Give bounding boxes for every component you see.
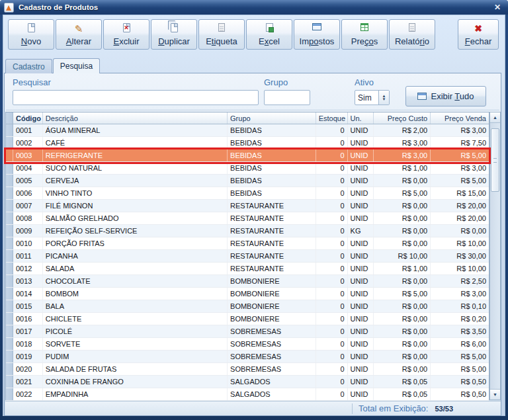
row-indicator bbox=[6, 200, 13, 212]
cell-descricao: FILÉ MIGNON bbox=[43, 200, 228, 212]
cell-un: UNID bbox=[348, 124, 374, 136]
client-area: Novo✎Alterar✕ExcluirDuplicarEtiquetaExce… bbox=[3, 15, 505, 416]
table-row[interactable]: 0010PORÇÃO FRITASRESTAURANTE0UNIDR$ 0,00… bbox=[6, 237, 489, 250]
label-tag-icon bbox=[218, 23, 225, 32]
cell-venda: R$ 0,50 bbox=[431, 388, 489, 400]
cell-custo: R$ 0,00 bbox=[374, 237, 431, 249]
vertical-scrollbar[interactable]: ▲ ▼ bbox=[489, 112, 501, 400]
table-row[interactable]: 0002CAFÉBEBIDAS0UNIDR$ 3,00R$ 7,50 bbox=[6, 137, 489, 149]
titlebar[interactable]: Cadastro de Produtos ✕ bbox=[0, 0, 508, 15]
table-row[interactable]: 0017PICOLÉSOBREMESAS0UNIDR$ 0,00R$ 3,50 bbox=[6, 325, 489, 338]
table-row[interactable]: 0018SORVETESOBREMESAS0UNIDR$ 0,00R$ 6,00 bbox=[6, 338, 489, 351]
exibir-tudo-button[interactable]: Exibir Tudo bbox=[405, 86, 486, 106]
column-header-grupo[interactable]: Grupo bbox=[228, 112, 316, 124]
column-header-custo[interactable]: Preço Custo bbox=[374, 112, 431, 124]
cell-grupo: RESTAURANTE bbox=[228, 212, 316, 224]
cell-descricao: ÁGUA MINERAL bbox=[43, 124, 228, 136]
button-label: Fechar bbox=[465, 37, 491, 46]
scrollbar-thumb[interactable] bbox=[491, 128, 499, 192]
table-row[interactable]: 0009REFEIÇÃO SELF-SERVICERESTAURANTE0KGR… bbox=[6, 225, 489, 237]
toolbar: Novo✎Alterar✕ExcluirDuplicarEtiquetaExce… bbox=[8, 19, 500, 52]
tab-pesquisa[interactable]: Pesquisa bbox=[53, 58, 100, 73]
cell-grupo: BEBIDAS bbox=[228, 124, 316, 136]
precos-button[interactable]: Preços bbox=[341, 19, 388, 50]
spinner-buttons[interactable]: ▲ ▼ bbox=[378, 91, 389, 105]
table-row[interactable]: 0019PUDIMSOBREMESAS0UNIDR$ 0,00R$ 5,00 bbox=[6, 351, 489, 363]
excel-sheet-icon bbox=[266, 23, 273, 32]
cell-estoque: 0 bbox=[316, 388, 348, 400]
cell-grupo: BEBIDAS bbox=[228, 162, 316, 174]
table-row[interactable]: 0022EMPADINHASALGADOS0UNIDR$ 0,05R$ 0,50 bbox=[6, 388, 489, 401]
cell-venda: R$ 7,50 bbox=[431, 137, 489, 149]
table-row[interactable]: 0007FILÉ MIGNONRESTAURANTE0UNIDR$ 0,00R$… bbox=[6, 200, 489, 212]
row-indicator bbox=[6, 300, 13, 312]
cell-custo: R$ 3,00 bbox=[374, 137, 431, 149]
table-row[interactable]: 0005CERVEJABEBIDAS0UNIDR$ 0,00R$ 5,00 bbox=[6, 175, 489, 187]
table-row[interactable]: 0004SUCO NATURALBEBIDAS0UNIDR$ 1,00R$ 3,… bbox=[6, 162, 489, 175]
row-indicator bbox=[6, 124, 13, 136]
table-row[interactable]: 0016CHICLETEBOMBONIERE0UNIDR$ 0,00R$ 0,2… bbox=[6, 313, 489, 325]
impostos-button[interactable]: Impostos bbox=[294, 19, 340, 50]
table-row[interactable]: 0021COXINHA DE FRANGOSALGADOS0UNIDR$ 0,0… bbox=[6, 376, 489, 388]
cell-venda: R$ 2,50 bbox=[431, 275, 489, 287]
cell-venda: R$ 5,00 bbox=[431, 351, 489, 362]
cell-estoque: 0 bbox=[316, 263, 348, 274]
cell-custo: R$ 5,00 bbox=[374, 187, 431, 199]
cell-descricao: CERVEJA bbox=[43, 175, 228, 187]
cell-un: UNID bbox=[348, 338, 374, 350]
cell-un: UNID bbox=[348, 250, 374, 262]
column-header-venda[interactable]: Preço Venda bbox=[431, 112, 489, 124]
cell-un: UNID bbox=[348, 212, 374, 224]
fechar-button[interactable]: ✖Fechar bbox=[458, 19, 499, 50]
cell-custo: R$ 1,00 bbox=[374, 263, 431, 274]
pesquisar-input[interactable] bbox=[13, 90, 259, 105]
table-row[interactable]: 0012SALADARESTAURANTE0UNIDR$ 1,00R$ 10,0… bbox=[6, 263, 489, 275]
spinner-down-icon[interactable]: ▼ bbox=[382, 98, 386, 101]
delete-document-icon: ✕ bbox=[123, 23, 130, 32]
cell-descricao: PICANHA bbox=[43, 250, 228, 262]
button-label: Etiqueta bbox=[206, 37, 237, 46]
cell-codigo: 0004 bbox=[13, 162, 43, 174]
cell-descricao: SALADA bbox=[43, 263, 228, 274]
etiqueta-button[interactable]: Etiqueta bbox=[198, 19, 245, 50]
excluir-button[interactable]: ✕Excluir bbox=[103, 19, 149, 50]
row-indicator bbox=[6, 313, 13, 325]
excel-button[interactable]: Excel bbox=[246, 19, 292, 50]
relatorio-button[interactable]: Relatório bbox=[389, 19, 435, 50]
table-row-selected[interactable]: 0003REFRIGERANTEBEBIDAS0UNIDR$ 3,00R$ 5,… bbox=[6, 149, 489, 162]
prices-grid-icon bbox=[360, 23, 368, 31]
novo-button[interactable]: Novo bbox=[8, 19, 54, 50]
tab-cadastro[interactable]: Cadastro bbox=[5, 59, 52, 73]
scroll-up-icon[interactable]: ▲ bbox=[490, 112, 500, 123]
close-icon[interactable]: ✕ bbox=[494, 3, 501, 12]
duplicar-button[interactable]: Duplicar bbox=[151, 19, 197, 50]
column-header-descricao[interactable]: Descrição bbox=[43, 112, 228, 124]
ativo-select[interactable]: Sim ▲ ▼ bbox=[355, 90, 390, 105]
grupo-input[interactable] bbox=[264, 90, 310, 105]
cell-custo: R$ 0,00 bbox=[374, 200, 431, 212]
table-row[interactable]: 0020SALADA DE FRUTASSOBREMESAS0UNIDR$ 0,… bbox=[6, 363, 489, 376]
close-x-icon: ✖ bbox=[474, 23, 482, 34]
cell-grupo: RESTAURANTE bbox=[228, 200, 316, 212]
cell-estoque: 0 bbox=[316, 225, 348, 237]
column-header-un[interactable]: Un. bbox=[348, 112, 374, 124]
column-header-codigo[interactable]: Código bbox=[13, 112, 43, 124]
table-row[interactable]: 0011PICANHARESTAURANTE0UNIDR$ 10,00R$ 30… bbox=[6, 250, 489, 263]
table-row[interactable]: 0015BALABOMBONIERE0UNIDR$ 0,00R$ 0,10 bbox=[6, 300, 489, 313]
table-row[interactable]: 0008SALMÃO GRELHADORESTAURANTE0UNIDR$ 0,… bbox=[6, 212, 489, 225]
cell-codigo: 0015 bbox=[13, 300, 43, 312]
table-row[interactable]: 0014BOMBOMBOMBONIERE0UNIDR$ 5,00R$ 3,00 bbox=[6, 288, 489, 300]
cell-venda: R$ 3,00 bbox=[431, 162, 489, 174]
cell-un: UNID bbox=[348, 376, 374, 388]
cell-grupo: BEBIDAS bbox=[228, 175, 316, 187]
table-row[interactable]: 0001ÁGUA MINERALBEBIDAS0UNIDR$ 2,00R$ 3,… bbox=[6, 124, 489, 137]
cell-grupo: BOMBONIERE bbox=[228, 288, 316, 300]
cell-codigo: 0008 bbox=[13, 212, 43, 224]
scroll-down-icon[interactable]: ▼ bbox=[490, 389, 500, 399]
alterar-button[interactable]: ✎Alterar bbox=[56, 19, 102, 50]
table-row[interactable]: 0006VINHO TINTOBEBIDAS0UNIDR$ 5,00R$ 15,… bbox=[6, 187, 489, 200]
table-row[interactable]: 0013CHOCOLATEBOMBONIERE0UNIDR$ 0,00R$ 2,… bbox=[6, 275, 489, 288]
cell-un: UNID bbox=[348, 162, 374, 174]
column-header-estoque[interactable]: Estoque bbox=[316, 112, 348, 124]
cell-grupo: SOBREMESAS bbox=[228, 363, 316, 375]
